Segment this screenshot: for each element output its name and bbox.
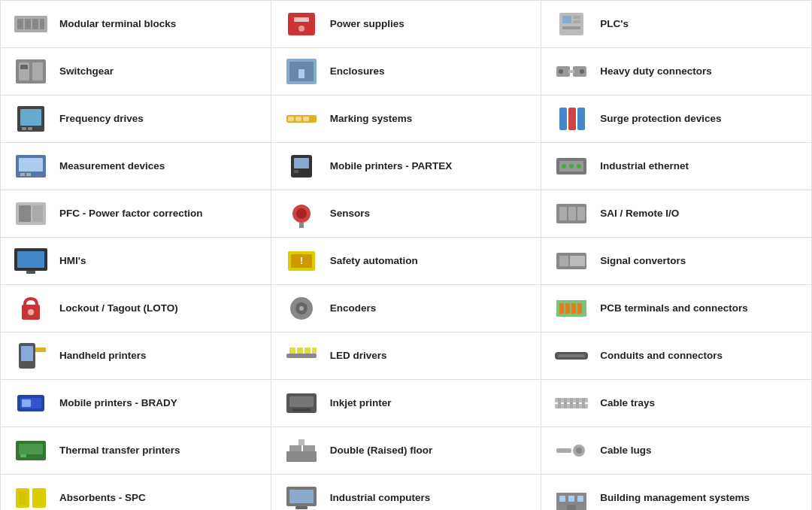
encoders-icon <box>282 293 321 324</box>
lockout-tagout-label: Lockout / Tagout (LOTO) <box>59 302 178 315</box>
product-cell-inkjet-printer[interactable]: Inkjet printer <box>271 380 542 427</box>
svg-rect-56 <box>568 207 576 220</box>
svg-rect-120 <box>567 505 576 510</box>
product-cell-thermal-transfer-printers[interactable]: Thermal transfer printers <box>1 427 271 475</box>
svg-rect-22 <box>568 70 574 73</box>
heavy-duty-connectors-label: Heavy duty connectors <box>600 65 712 78</box>
double-raised-floor-icon <box>282 435 321 466</box>
product-cell-pcb-terminals[interactable]: PCB terminals and connectors <box>541 285 812 332</box>
product-cell-handheld-printers[interactable]: Handheld printers <box>1 332 271 380</box>
product-cell-safety-automation[interactable]: !Safety automation <box>271 238 542 285</box>
svg-rect-76 <box>577 303 582 314</box>
svg-rect-106 <box>298 439 304 445</box>
marking-systems-label: Marking systems <box>330 112 413 126</box>
product-cell-signal-convertors[interactable]: Signal convertors <box>541 238 812 285</box>
modular-terminal-blocks-label: Modular terminal blocks <box>59 17 176 31</box>
hmis-label: HMI's <box>59 254 86 268</box>
product-cell-modular-terminal-blocks[interactable]: Modular terminal blocks <box>1 1 271 48</box>
svg-rect-60 <box>26 271 35 274</box>
marking-systems-icon <box>282 103 321 135</box>
product-cell-marking-systems[interactable]: Marking systems <box>271 96 542 143</box>
sai-remote-io-icon <box>552 198 591 229</box>
modular-terminal-blocks-icon <box>11 8 50 40</box>
product-cell-cable-lugs[interactable]: Cable lugs <box>541 427 812 475</box>
product-cell-encoders[interactable]: Encoders <box>271 285 542 332</box>
svg-rect-55 <box>559 207 567 220</box>
svg-rect-5 <box>288 13 315 35</box>
svg-point-23 <box>559 69 563 74</box>
cable-lugs-label: Cable lugs <box>600 444 651 457</box>
product-cell-sensors[interactable]: Sensors <box>271 190 542 238</box>
svg-point-52 <box>296 208 307 219</box>
product-cell-mobile-printers-partex[interactable]: Mobile printers - PARTEX <box>271 143 542 190</box>
thermal-transfer-printers-label: Thermal transfer printers <box>59 444 180 457</box>
product-cell-switchgear[interactable]: Switchgear <box>1 48 271 96</box>
product-cell-enclosures[interactable]: Enclosures <box>271 48 542 96</box>
product-cell-sai-remote-io[interactable]: SAI / Remote I/O <box>541 190 812 238</box>
svg-rect-19 <box>298 69 304 78</box>
svg-rect-65 <box>559 256 568 266</box>
product-cell-double-raised-floor[interactable]: Double (Raised) floor <box>271 427 542 475</box>
product-cell-conduits-connectors[interactable]: Conduits and connectors <box>541 332 812 380</box>
product-cell-industrial-ethernet[interactable]: Industrial ethernet <box>541 143 812 190</box>
product-cell-absorbents-spc[interactable]: Absorbents - SPC <box>1 475 271 510</box>
svg-point-7 <box>298 26 304 32</box>
industrial-computers-icon <box>282 482 321 510</box>
svg-rect-75 <box>571 303 576 314</box>
heavy-duty-connectors-icon <box>552 56 591 87</box>
product-cell-cable-trays[interactable]: Cable trays <box>541 380 812 427</box>
product-cell-lockout-tagout[interactable]: Lockout / Tagout (LOTO) <box>1 285 271 332</box>
conduits-connectors-icon <box>552 340 591 372</box>
surge-protection-devices-label: Surge protection devices <box>600 112 721 126</box>
svg-rect-12 <box>562 26 580 29</box>
cable-trays-icon <box>552 387 591 419</box>
inkjet-printer-icon <box>282 387 321 419</box>
lockout-tagout-icon <box>11 293 50 324</box>
svg-rect-30 <box>288 117 294 121</box>
mobile-printers-brady-icon <box>11 387 50 419</box>
svg-rect-50 <box>32 205 43 222</box>
svg-rect-103 <box>286 451 317 462</box>
sensors-label: Sensors <box>330 207 370 220</box>
svg-rect-82 <box>297 348 303 354</box>
svg-rect-3 <box>32 19 38 29</box>
product-cell-plcs[interactable]: PLC's <box>541 1 812 48</box>
product-cell-hmis[interactable]: HMI's <box>1 238 271 285</box>
product-cell-frequency-drives[interactable]: Frequency drives <box>1 96 271 143</box>
product-cell-measurement-devices[interactable]: Measurement devices <box>1 143 271 190</box>
product-cell-surge-protection-devices[interactable]: Surge protection devices <box>541 96 812 143</box>
safety-automation-icon: ! <box>282 245 321 277</box>
svg-rect-31 <box>295 117 301 121</box>
svg-rect-118 <box>568 496 574 502</box>
plcs-icon <box>552 8 591 40</box>
svg-rect-79 <box>35 348 46 352</box>
product-cell-mobile-printers-brady[interactable]: Mobile printers - BRADY <box>1 380 271 427</box>
absorbents-spc-icon <box>11 482 50 510</box>
svg-rect-115 <box>295 506 308 509</box>
svg-rect-86 <box>558 354 585 357</box>
svg-rect-102 <box>20 454 26 457</box>
handheld-printers-label: Handheld printers <box>59 349 147 363</box>
surge-protection-devices-icon <box>552 103 591 135</box>
svg-point-46 <box>569 164 574 168</box>
conduits-connectors-label: Conduits and connectors <box>600 349 723 363</box>
product-cell-building-management[interactable]: Building management systems <box>541 475 812 510</box>
thermal-transfer-printers-icon <box>11 435 50 466</box>
building-management-icon <box>552 482 591 510</box>
double-raised-floor-label: Double (Raised) floor <box>330 444 433 457</box>
product-cell-heavy-duty-connectors[interactable]: Heavy duty connectors <box>541 48 812 96</box>
svg-rect-32 <box>303 117 309 121</box>
svg-rect-16 <box>20 65 28 69</box>
measurement-devices-icon <box>11 150 50 182</box>
svg-rect-89 <box>22 399 31 407</box>
svg-rect-84 <box>312 348 317 354</box>
industrial-computers-label: Industrial computers <box>330 491 431 505</box>
industrial-ethernet-icon <box>552 150 591 182</box>
product-cell-led-drivers[interactable]: LED drivers <box>271 332 542 380</box>
svg-rect-4 <box>40 19 44 29</box>
svg-rect-95 <box>558 398 561 408</box>
svg-rect-81 <box>289 348 295 354</box>
product-cell-industrial-computers[interactable]: Industrial computers <box>271 475 542 510</box>
product-cell-pfc[interactable]: PFC - Power factor correction <box>1 190 271 238</box>
product-cell-power-supplies[interactable]: Power supplies <box>271 1 542 48</box>
